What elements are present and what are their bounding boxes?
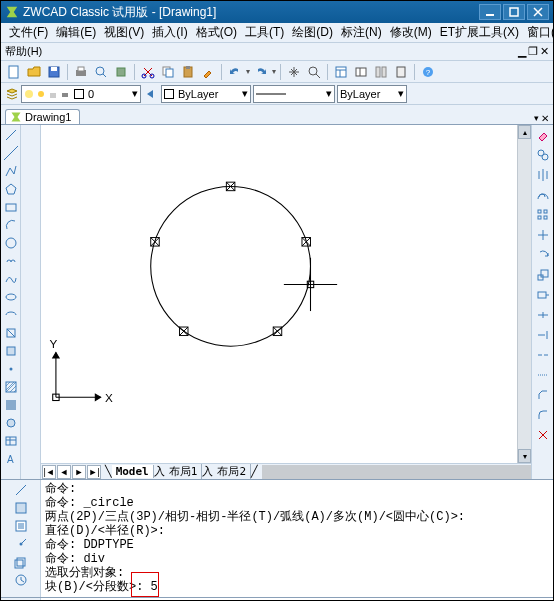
publish-button[interactable] <box>112 63 130 81</box>
menu-view[interactable]: 视图(V) <box>100 23 148 43</box>
new-button[interactable] <box>5 63 23 81</box>
print-button[interactable] <box>72 63 90 81</box>
close-button[interactable] <box>527 4 549 20</box>
menu-modify[interactable]: 修改(M) <box>386 23 436 43</box>
ellipse-tool[interactable] <box>3 289 19 305</box>
fillet-tool[interactable] <box>535 407 551 423</box>
layer-manager-button[interactable] <box>5 87 19 101</box>
tabs-close-button[interactable]: ✕ <box>541 113 549 124</box>
tab-nav-first[interactable]: |◄ <box>42 465 56 479</box>
doc-tab-drawing1[interactable]: Drawing1 <box>5 109 80 124</box>
menu-format[interactable]: 格式(O) <box>192 23 241 43</box>
chamfer-tool[interactable] <box>535 387 551 403</box>
xline-tool[interactable] <box>3 145 19 161</box>
layer-previous-button[interactable] <box>143 87 157 101</box>
copy-button[interactable] <box>159 63 177 81</box>
time-tool[interactable] <box>13 572 29 588</box>
ellipse-arc-tool[interactable] <box>3 307 19 323</box>
copy-tool[interactable] <box>535 147 551 163</box>
paste-button[interactable] <box>179 63 197 81</box>
insert-block-tool[interactable] <box>3 325 19 341</box>
dist-tool[interactable] <box>13 482 29 498</box>
tabs-dropdown-button[interactable]: ▾ <box>534 113 539 124</box>
pline-tool[interactable] <box>3 163 19 179</box>
point-tool[interactable] <box>3 361 19 377</box>
mtext-tool[interactable]: A <box>3 451 19 467</box>
make-block-tool[interactable] <box>3 343 19 359</box>
area-tool[interactable] <box>13 500 29 516</box>
extend-tool[interactable] <box>535 327 551 343</box>
spline-tool[interactable] <box>3 271 19 287</box>
lineweight-combo[interactable]: ByLayer ▾ <box>337 85 407 103</box>
scale-tool[interactable] <box>535 267 551 283</box>
layer-state-combo[interactable]: 0 ▾ <box>21 85 141 103</box>
join-tool[interactable] <box>535 367 551 383</box>
menu-insert[interactable]: 插入(I) <box>148 23 191 43</box>
trim-tool[interactable] <box>535 307 551 323</box>
massprop-tool[interactable] <box>13 554 29 570</box>
properties-button[interactable] <box>332 63 350 81</box>
save-button[interactable] <box>45 63 63 81</box>
calc-button[interactable] <box>392 63 410 81</box>
maximize-button[interactable] <box>503 4 525 20</box>
hatch-tool[interactable] <box>3 379 19 395</box>
menu-edit[interactable]: 编辑(E) <box>52 23 100 43</box>
rotate-tool[interactable] <box>535 247 551 263</box>
break-tool[interactable] <box>535 347 551 363</box>
drawing-canvas[interactable]: X Y ▴ ▾ <box>41 125 531 463</box>
redo-dropdown[interactable]: ▾ <box>272 67 276 76</box>
offset-tool[interactable] <box>535 187 551 203</box>
pan-button[interactable] <box>285 63 303 81</box>
array-tool[interactable] <box>535 207 551 223</box>
menu-draw[interactable]: 绘图(D) <box>288 23 337 43</box>
erase-tool[interactable] <box>535 127 551 143</box>
circle-tool[interactable] <box>3 235 19 251</box>
explode-tool[interactable] <box>535 427 551 443</box>
line-tool[interactable] <box>3 127 19 143</box>
move-tool[interactable] <box>535 227 551 243</box>
designcenter-button[interactable] <box>352 63 370 81</box>
stretch-tool[interactable] <box>535 287 551 303</box>
mirror-tool[interactable] <box>535 167 551 183</box>
zoom-button[interactable] <box>305 63 323 81</box>
scroll-up-button[interactable]: ▴ <box>518 125 531 139</box>
mdi-restore-button[interactable]: ❐ <box>528 45 538 58</box>
rectangle-tool[interactable] <box>3 199 19 215</box>
minimize-button[interactable] <box>479 4 501 20</box>
preview-button[interactable] <box>92 63 110 81</box>
matchprop-button[interactable] <box>199 63 217 81</box>
mdi-close-button[interactable]: ✕ <box>540 45 549 58</box>
menu-dimension[interactable]: 标注(N) <box>337 23 386 43</box>
color-combo[interactable]: ByLayer ▾ <box>161 85 251 103</box>
horizontal-scrollbar[interactable] <box>262 465 531 479</box>
id-tool[interactable] <box>13 536 29 552</box>
gradient-tool[interactable] <box>3 397 19 413</box>
command-history[interactable]: 命令: 命令: _circle 两点(2P)/三点(3P)/相切-相切-半径(T… <box>41 480 553 597</box>
tab-model[interactable]: Model <box>112 465 154 478</box>
redo-button[interactable] <box>252 63 270 81</box>
tab-layout2[interactable]: 布局2 <box>213 464 251 479</box>
menu-window[interactable]: 窗口(W) <box>523 23 553 43</box>
tab-nav-prev[interactable]: ◄ <box>57 465 71 479</box>
arc-tool[interactable] <box>3 217 19 233</box>
tab-nav-next[interactable]: ► <box>72 465 86 479</box>
region-tool[interactable] <box>3 415 19 431</box>
menu-tools[interactable]: 工具(T) <box>241 23 288 43</box>
vertical-scrollbar[interactable]: ▴ ▾ <box>517 125 531 463</box>
undo-dropdown[interactable]: ▾ <box>246 67 250 76</box>
scroll-down-button[interactable]: ▾ <box>518 449 531 463</box>
tab-layout1[interactable]: 布局1 <box>165 464 203 479</box>
table-tool[interactable] <box>3 433 19 449</box>
list-tool[interactable] <box>13 518 29 534</box>
revcloud-tool[interactable] <box>3 253 19 269</box>
polygon-tool[interactable] <box>3 181 19 197</box>
menu-et[interactable]: ET扩展工具(X) <box>436 23 523 43</box>
menu-help[interactable]: 帮助(H) <box>5 44 42 59</box>
linetype-combo[interactable]: ▾ <box>253 85 335 103</box>
toolpalettes-button[interactable] <box>372 63 390 81</box>
menu-file[interactable]: 文件(F) <box>5 23 52 43</box>
tab-nav-last[interactable]: ►| <box>87 465 101 479</box>
cut-button[interactable] <box>139 63 157 81</box>
mdi-minimize-button[interactable]: ▁ <box>518 45 526 58</box>
help-button[interactable]: ? <box>419 63 437 81</box>
